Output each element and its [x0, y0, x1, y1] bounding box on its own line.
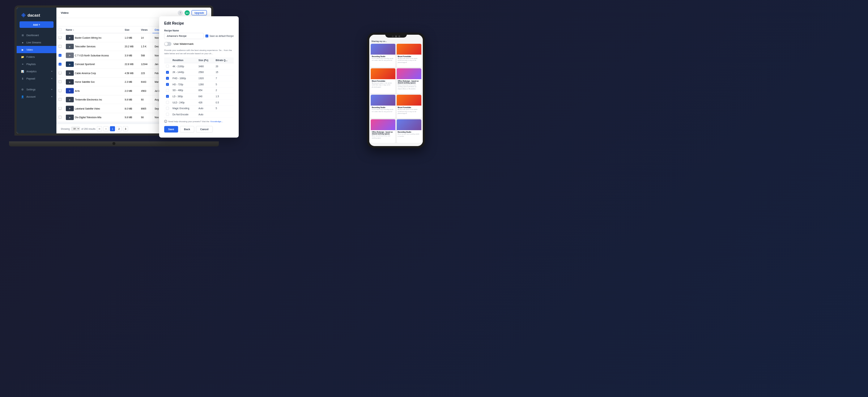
- save-default-checkbox[interactable]: ✓: [205, 35, 208, 38]
- rendition-bitrate: 15: [214, 69, 234, 75]
- recipe-checkbox[interactable]: [166, 107, 169, 110]
- row-checkbox[interactable]: [59, 71, 61, 74]
- row-checkbox[interactable]: ✓: [59, 63, 61, 66]
- phone-card-desc: A live around tour of our new working sp…: [398, 84, 421, 90]
- phone-card-image: [397, 119, 422, 130]
- video-size: 20.2 MB: [123, 42, 139, 51]
- video-views: 8665: [139, 104, 153, 113]
- row-checkbox[interactable]: ✓: [59, 54, 61, 57]
- page-1-button[interactable]: 1: [110, 126, 115, 131]
- user-avatar[interactable]: EA: [185, 10, 190, 15]
- sidebar-item-analytics-label: Analytics: [26, 70, 37, 73]
- phone-card[interactable]: Mount Forestlake My favourite place in t…: [397, 44, 422, 67]
- row-checkbox[interactable]: [59, 36, 61, 39]
- video-thumbnail: ▶: [66, 44, 74, 49]
- modal-description: Provide your audience with the best view…: [164, 48, 234, 55]
- sidebar-item-analytics[interactable]: 📊 Analytics ▾: [17, 68, 56, 75]
- phone-card[interactable]: Recording Studio If our entered my recor…: [371, 95, 396, 118]
- video-thumbnail: ▶: [66, 115, 74, 120]
- recipe-checkbox[interactable]: [166, 113, 169, 116]
- rendition-name: 2K - 1440p: [171, 69, 197, 75]
- video-thumbnail: ▶: [66, 61, 74, 67]
- phone-card-image: [371, 44, 396, 55]
- recipe-row: 4K - 2160p 3480 20: [164, 63, 234, 69]
- sidebar-item-video[interactable]: ▶ Video: [17, 46, 56, 53]
- rendition-name: LD - 360p: [171, 93, 197, 99]
- add-button[interactable]: Add +: [20, 21, 54, 28]
- row-checkbox[interactable]: [59, 45, 61, 48]
- recipe-row: Do Not Encode Auto: [164, 111, 234, 118]
- page-3-button[interactable]: 3: [123, 126, 128, 131]
- phone-card[interactable]: Mount Forestlake My favourite place in t…: [371, 68, 396, 94]
- phone-card[interactable]: Recording Studio A tour around my record…: [397, 119, 422, 143]
- video-thumbnail: ▶: [66, 53, 74, 58]
- per-page-select[interactable]: 10 25 50: [71, 127, 80, 131]
- video-views: 4563: [139, 86, 153, 95]
- recipe-name-input[interactable]: [164, 33, 204, 39]
- rendition-bitrate: 5: [214, 105, 234, 111]
- recipe-checkbox[interactable]: [166, 89, 169, 92]
- phone-card-image: [397, 68, 422, 79]
- video-size: 2.0 MB: [123, 86, 139, 95]
- sidebar-item-dashboard-label: Dashboard: [26, 34, 39, 37]
- sidebar-item-playlists[interactable]: ≡ Playlists: [17, 60, 56, 68]
- video-name: Baxter Custom Wiring Inc: [75, 36, 102, 39]
- recipe-checkbox[interactable]: ✓: [166, 95, 169, 98]
- size-col-header: Size (Px): [197, 57, 214, 63]
- phone-card-image: [371, 119, 396, 130]
- bitrate-col-header: Bitrate Q...: [214, 57, 234, 63]
- phone-card[interactable]: Office Redesign - based on shared workin…: [397, 68, 422, 94]
- settings-icon: ⚙: [21, 88, 24, 91]
- sidebar-item-folders[interactable]: 📁 Folders: [17, 53, 56, 60]
- paywall-arrow: ▾: [51, 77, 52, 80]
- recipe-checkbox[interactable]: ✓: [166, 83, 169, 86]
- row-checkbox[interactable]: [59, 116, 61, 119]
- back-button[interactable]: Back: [180, 126, 194, 133]
- prev-page-button[interactable]: ‹‹: [97, 126, 102, 131]
- row-checkbox[interactable]: [59, 107, 61, 110]
- page-2-button[interactable]: 2: [116, 126, 122, 131]
- prev-page-button-2[interactable]: ‹: [103, 126, 109, 131]
- rendition-bitrate: 20: [214, 63, 234, 69]
- phone-card[interactable]: Office Redesign - based on shared workin…: [371, 119, 396, 143]
- recipe-checkbox[interactable]: ✓: [166, 71, 169, 74]
- phone-card[interactable]: Recording Studio If our entered my recor…: [371, 44, 396, 67]
- sidebar-item-paywall-label: Paywall: [26, 77, 35, 80]
- help-button[interactable]: ?: [178, 10, 183, 15]
- save-button[interactable]: Save: [164, 126, 178, 133]
- logo-area: dacast: [17, 8, 56, 21]
- video-name: Lakeland Satellite Video: [75, 107, 100, 110]
- sidebar-item-account[interactable]: 👤 Account ▾: [17, 93, 56, 100]
- rendition-name: FHD - 1080p: [171, 75, 197, 81]
- rendition-bitrate: 1.5: [214, 93, 234, 99]
- page-title: Video: [61, 11, 69, 14]
- row-checkbox[interactable]: [59, 80, 61, 83]
- modal-footer: Save Back Cancel: [164, 126, 234, 133]
- rendition-size: 640: [197, 93, 214, 99]
- video-size: 8.0 MB: [123, 104, 139, 113]
- rendition-name: ULD - 240p: [171, 99, 197, 106]
- row-checkbox[interactable]: [59, 98, 61, 101]
- row-checkbox[interactable]: [59, 89, 61, 92]
- rendition-size: 2560: [197, 69, 214, 75]
- cancel-button[interactable]: Cancel: [196, 126, 213, 133]
- recipe-checkbox[interactable]: ✓: [166, 77, 169, 80]
- sidebar-item-live-streams[interactable]: ● Live Streams: [17, 39, 56, 46]
- sidebar-item-dashboard[interactable]: ⊞ Dashboard: [17, 31, 56, 39]
- video-thumbnail: ▶: [66, 88, 74, 94]
- watermark-toggle[interactable]: [164, 42, 171, 46]
- scene: dacast Add + ⊞ Dashboard ● Live Streams …: [0, 0, 434, 198]
- knowledge-link[interactable]: Knowledge...: [210, 120, 223, 123]
- phone-card-desc: If our entered my recording studio in Lo…: [372, 109, 395, 112]
- sidebar-item-settings[interactable]: ⚙ Settings ▾: [17, 86, 56, 93]
- video-size: 9.8 MB: [123, 95, 139, 104]
- rendition-size: 426: [197, 99, 214, 106]
- sidebar-item-paywall[interactable]: $ Paywall ▾: [17, 75, 56, 82]
- live-streams-icon: ●: [21, 41, 24, 44]
- upgrade-button[interactable]: Upgrade: [192, 10, 207, 16]
- recipe-checkbox[interactable]: [166, 101, 169, 104]
- phone-card[interactable]: Mount Forestlake My favourite place in t…: [397, 95, 422, 118]
- recipe-checkbox[interactable]: [166, 65, 169, 68]
- select-all-checkbox[interactable]: [59, 28, 61, 31]
- video-views: 568: [139, 51, 153, 60]
